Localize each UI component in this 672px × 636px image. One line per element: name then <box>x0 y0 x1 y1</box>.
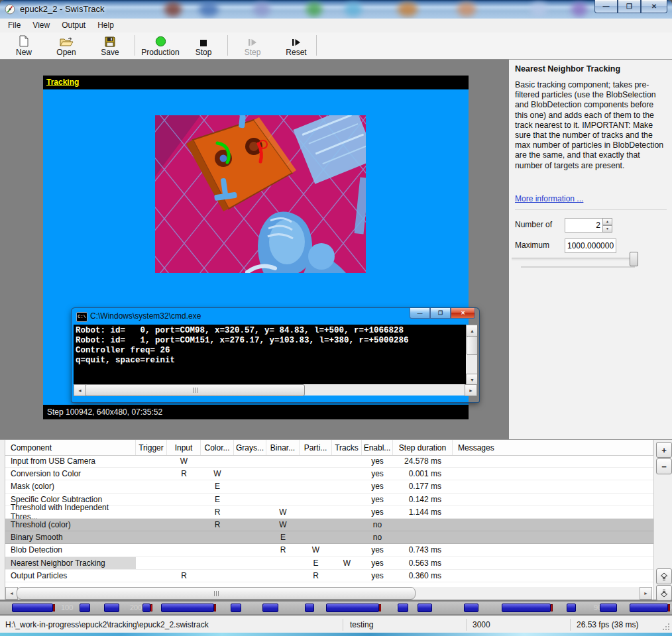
column-header-color[interactable]: Color... <box>201 440 234 455</box>
tracking-panel-header[interactable]: Tracking <box>43 76 469 89</box>
column-header-binar[interactable]: Binar... <box>266 440 300 455</box>
close-button[interactable]: ✕ <box>641 0 667 13</box>
cell-enabled: yes <box>362 468 393 480</box>
new-button[interactable]: New <box>9 35 38 57</box>
cmd-title-bar[interactable]: C:\ C:\Windows\system32\cmd.exe — ❐ ✕ <box>72 308 479 325</box>
reset-label: Reset <box>278 48 314 57</box>
cmd-window[interactable]: C:\ C:\Windows\system32\cmd.exe — ❐ ✕ Ro… <box>72 308 479 402</box>
cmd-console-output[interactable]: Robot: id= 0, port=COM98, x=320.57, y= 8… <box>74 325 477 384</box>
reset-icon <box>278 35 314 47</box>
status-bar: H:\_work-in-progress\epuck2\tracking\epu… <box>0 615 672 633</box>
production-button[interactable]: Production <box>139 35 182 57</box>
cell-name: Threshold (color) <box>5 519 136 531</box>
move-down-button[interactable] <box>656 585 672 601</box>
cell-color: W <box>201 468 234 480</box>
menu-help[interactable]: Help <box>91 19 120 32</box>
menu-file[interactable]: File <box>2 19 27 32</box>
cell-grays <box>234 570 266 582</box>
cell-grays <box>234 519 266 531</box>
table-row[interactable]: Nearest Neighbor TrackingEWyes0.563 ms <box>5 557 653 570</box>
menu-output[interactable]: Output <box>56 19 91 32</box>
timeline-marker-red <box>668 604 670 611</box>
column-header-duration[interactable]: Step duration <box>393 440 453 455</box>
timeline-segment <box>326 604 379 612</box>
column-header-tracks[interactable]: Tracks <box>332 440 362 455</box>
more-information-link[interactable]: More information ... <box>515 194 583 203</box>
table-row[interactable]: Output ParticlesRRyes0.360 ms <box>5 570 653 582</box>
timeline-segment <box>600 604 617 612</box>
cell-messages <box>453 557 653 569</box>
minimize-button[interactable]: — <box>594 0 618 13</box>
table-row[interactable]: Blob DetectionRWyes0.743 ms <box>5 544 653 556</box>
column-header-input[interactable]: Input <box>167 440 201 455</box>
table-row[interactable]: Threshold (color)RWno <box>5 519 653 531</box>
cell-trigger <box>136 480 167 492</box>
cmd-vertical-scrollbar[interactable]: ▲ ▼ <box>466 325 477 384</box>
toolbar-separator <box>135 35 135 56</box>
cell-enabled: yes <box>362 570 393 582</box>
cell-tracks <box>332 570 362 582</box>
title-bar[interactable]: epuck2_2 - SwisTrack — ❐ ✕ <box>0 0 672 19</box>
column-header-trigger[interactable]: Trigger <box>136 440 167 455</box>
scroll-right-button[interactable]: ► <box>640 587 652 600</box>
spinner-down-icon[interactable]: ▼ <box>602 225 612 233</box>
stop-label: Stop <box>187 48 220 57</box>
cmd-vscroll-thumb[interactable] <box>467 336 477 355</box>
table-row[interactable]: Mask (color)Eyes0.177 ms <box>5 480 653 493</box>
cmd-hscroll-thumb[interactable] <box>85 384 305 396</box>
cell-tracks <box>332 455 362 467</box>
maximize-button[interactable]: ❐ <box>618 0 641 13</box>
cell-duration: 0.142 ms <box>393 494 453 505</box>
open-button[interactable]: Open <box>49 35 84 57</box>
timeline-label: 200 <box>130 604 142 611</box>
scroll-down-button[interactable]: ▼ <box>466 374 477 384</box>
console-line: q=quit, space=reinit <box>74 356 477 366</box>
table-hscroll-thumb[interactable] <box>17 587 416 600</box>
remove-component-button[interactable]: − <box>656 458 672 474</box>
step-button[interactable]: Step <box>236 35 269 57</box>
add-component-button[interactable]: + <box>656 442 672 458</box>
cmd-close-button[interactable]: ✕ <box>451 308 475 319</box>
move-up-button[interactable] <box>656 568 672 584</box>
cell-parti <box>300 519 332 531</box>
scroll-up-button[interactable]: ▲ <box>466 325 477 337</box>
number-of-input[interactable] <box>565 218 603 233</box>
spinner-up-icon[interactable]: ▲ <box>602 218 612 225</box>
table-rows: Input from USB CameraWyes24.578 msConver… <box>5 455 653 582</box>
menu-bar: FileViewOutputHelp <box>0 19 672 32</box>
reset-button[interactable]: Reset <box>278 35 314 57</box>
cell-messages <box>453 519 653 531</box>
scroll-right-button[interactable]: ► <box>465 384 477 396</box>
table-horizontal-scrollbar[interactable]: ◄ ► <box>5 587 652 599</box>
app-icon <box>5 4 15 17</box>
execution-timeline[interactable]: 1002003004005006007008009001000 <box>0 602 672 615</box>
cmd-minimize-button[interactable]: — <box>410 308 430 319</box>
cell-grays <box>234 494 266 505</box>
cmd-horizontal-scrollbar[interactable]: ◄ ► <box>74 384 477 396</box>
resize-grip[interactable] <box>662 623 670 631</box>
cell-duration: 0.563 ms <box>393 557 453 569</box>
stop-button[interactable]: Stop <box>187 35 220 57</box>
cmd-maximize-button[interactable]: ❐ <box>430 308 451 319</box>
table-row[interactable]: Conversion to ColorRWyes0.001 ms <box>5 468 653 480</box>
maximum-slider-track[interactable] <box>512 258 638 260</box>
table-row[interactable]: Binary SmoothEno <box>5 531 653 544</box>
menu-view[interactable]: View <box>27 19 56 32</box>
new-label: New <box>9 48 38 57</box>
column-header-grays[interactable]: Grays... <box>234 440 266 455</box>
maximum-slider-thumb[interactable] <box>630 252 638 266</box>
column-header-messages[interactable]: Messages <box>453 440 653 455</box>
cell-name: Input from USB Camera <box>5 455 136 467</box>
table-row[interactable]: Threshold with Independent Thres...RWyes… <box>5 506 653 519</box>
column-header-parti[interactable]: Parti... <box>300 440 332 455</box>
console-line: Controller freq= 26 <box>74 346 477 356</box>
column-header-enabled[interactable]: Enabl... <box>362 440 393 455</box>
cell-trigger <box>136 544 167 556</box>
column-header-name[interactable]: Component <box>5 440 136 455</box>
cell-messages <box>453 544 653 556</box>
save-button[interactable]: Save <box>93 35 127 57</box>
table-header-row[interactable]: ComponentTriggerInputColor...Grays...Bin… <box>5 440 653 456</box>
table-row[interactable]: Input from USB CameraWyes24.578 ms <box>5 455 653 468</box>
timeline-segment <box>464 604 478 612</box>
maximum-input[interactable] <box>565 238 616 253</box>
